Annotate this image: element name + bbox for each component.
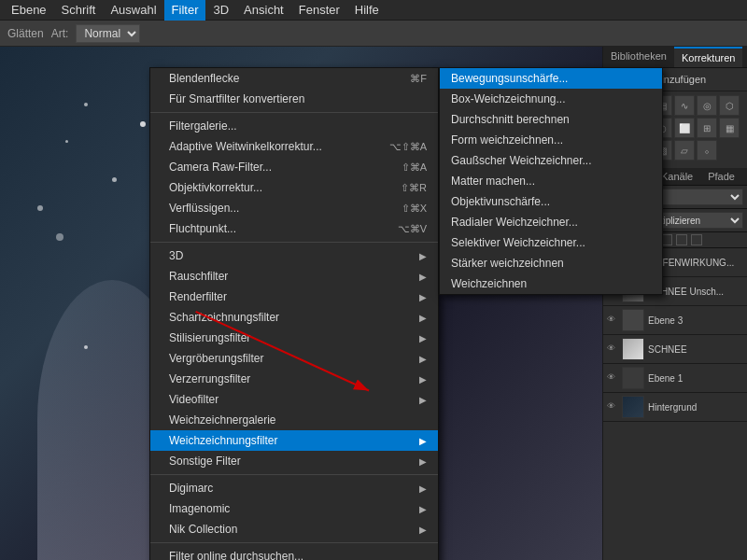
divider-4 [150,542,438,543]
menu-smartfilter[interactable]: Für Smartfilter konvertieren [150,89,438,109]
menu-hilfe[interactable]: Hilfe [347,0,387,21]
submenu-staerker-weichzeichnen[interactable]: Stärker weichzeichnen [440,253,662,273]
submenu-objektivunschaerfe[interactable]: Objektivunschärfe... [440,191,662,212]
menu-camera-raw[interactable]: Camera Raw-Filter... ⇧⌘A [150,157,438,177]
menubar: Ebene Schrift Auswahl Filter 3D Ansicht … [0,0,747,21]
sparkle-5 [56,233,63,241]
menu-auswahl[interactable]: Auswahl [103,0,163,21]
menu-vergroeberungsfilter[interactable]: Vergröberungsfilter ▶ [150,348,438,369]
corr-icon-channel-mixer[interactable]: ⊞ [697,118,717,138]
glaetten-label: Glätten [7,27,44,40]
menu-ansicht[interactable]: Ansicht [236,0,291,21]
menu-blendenflecke[interactable]: Blendenflecke ⌘F [150,68,438,89]
menu-verfluessigen[interactable]: Verflüssigen... ⇧⌘X [150,198,438,218]
layer-thumb-5 [622,367,644,389]
sonstige-filter-arrow: ▶ [419,456,427,467]
menu-objektivkorrektur[interactable]: Objektivkorrektur... ⇧⌘R [150,177,438,198]
tab-pfade[interactable]: Pfade [700,168,742,185]
menu-rauschfilter[interactable]: Rauschfilter ▶ [150,266,438,287]
corr-icon-gradient-map[interactable]: ▱ [674,140,695,161]
corr-icon-selective-color[interactable]: ⬦ [697,140,717,161]
menu-verzerrungsfilter[interactable]: Verzerrungsfilter ▶ [150,369,438,389]
main-area: Blendenflecke ⌘F Für Smartfilter konvert… [0,47,747,560]
digimarc-arrow: ▶ [419,483,427,494]
stilisierungsfilter-arrow: ▶ [419,333,427,343]
menu-weichzeichnungsfilter[interactable]: Weichzeichnungsfilter ▶ [150,430,438,451]
tab-bibliotheken[interactable]: Bibliotheken [603,47,674,67]
eye-icon-7: 👁 [607,401,618,413]
menu-renderfilter[interactable]: Renderfilter ▶ [150,287,438,307]
layer-name-3: Ebene 3 [648,315,683,326]
sparkle-2 [140,121,146,127]
layer-ebene-3[interactable]: 👁 Ebene 3 [603,306,747,335]
divider-3 [150,474,438,475]
submenu-gausscher-weichzeichner[interactable]: Gaußscher Weichzeichner... [440,150,662,171]
submenu-selektiver-weichzeichner[interactable]: Selektiver Weichzeichner... [440,232,662,253]
submenu-matter-machen[interactable]: Matter machen... [440,171,662,191]
corr-icon-photo-filter[interactable]: ⬜ [674,118,695,138]
sparkle-4 [112,177,117,182]
menu-3d[interactable]: 3D ▶ [150,245,438,266]
eye-icon-5: 👁 [607,372,618,384]
eye-icon-3: 👁 [607,315,618,326]
submenu-durchschnitt[interactable]: Durchschnitt berechnen [440,109,662,130]
menu-filter-online[interactable]: Filter online durchsuchen... [150,546,438,560]
layers-list: 👁 TIEFENWIRKUNG... 👁 SCHNEE Unsch... 👁 E… [603,248,747,560]
layer-name-4: SCHNEE [648,344,687,355]
menu-schrift[interactable]: Schrift [54,0,104,21]
verzerrungsfilter-arrow: ▶ [419,374,427,385]
submenu-weichzeichnen[interactable]: Weichzeichnen [440,273,662,294]
nik-collection-arrow: ▶ [419,525,427,535]
menu-fluchtpunkt[interactable]: Fluchtpunkt... ⌥⌘V [150,218,438,239]
weitwinkel-shortcut: ⌥⇧⌘A [389,141,427,153]
panel-top-tabs: Bibliotheken Korrekturen [603,47,747,68]
menu-ebene[interactable]: Ebene [4,0,54,21]
objektivkorrektur-shortcut: ⇧⌘R [401,182,427,194]
verfluessigen-shortcut: ⇧⌘X [402,203,427,215]
3d-arrow: ▶ [419,251,427,261]
divider-2 [150,242,438,243]
corr-icon-curves[interactable]: ∿ [674,95,695,116]
art-label: Art: [51,27,69,40]
submenu-radialer-weichzeichner[interactable]: Radialer Weichzeichner... [440,212,662,232]
tab-korrekturen[interactable]: Korrekturen [674,47,742,67]
menu-filter[interactable]: Filter [164,0,206,21]
layer-ebene-1[interactable]: 👁 Ebene 1 [603,364,747,393]
menu-filtergalerie[interactable]: Filtergalerie... [150,116,438,136]
corr-icon-vibrance[interactable]: ⬡ [719,95,740,116]
layer-thumb-7 [622,396,644,418]
submenu-bewegungsunschaerfe[interactable]: Bewegungsunschärfe... [440,68,662,89]
menu-sonstige-filter[interactable]: Sonstige Filter ▶ [150,451,438,471]
weichzeichnungsfilter-submenu: Bewegungsunschärfe... Box-Weichzeichnung… [439,67,663,295]
menu-scharfzeichnungsfilter[interactable]: Scharfzeichnungsfilter ▶ [150,307,438,328]
layer-thumb-4 [622,338,644,360]
submenu-box-weichzeichnung[interactable]: Box-Weichzeichnung... [440,89,662,109]
filter-dropdown-menu: Blendenflecke ⌘F Für Smartfilter konvert… [149,67,439,560]
submenu-form-weichzeichnen[interactable]: Form weichzeichnen... [440,130,662,150]
menu-nik-collection[interactable]: Nik Collection ▶ [150,519,438,539]
vergroeberungsfilter-arrow: ▶ [419,354,427,364]
videofilter-arrow: ▶ [419,395,427,405]
scharfzeichnungsfilter-arrow: ▶ [419,313,427,323]
layer-thumb-3 [622,309,644,331]
menu-videofilter[interactable]: Videofilter ▶ [150,389,438,410]
layer-hintergrund[interactable]: 👁 Hintergrund [603,393,747,422]
fluchtpunkt-shortcut: ⌥⌘V [398,223,427,235]
menu-fenster[interactable]: Fenster [291,0,347,21]
layer-schnee[interactable]: 👁 SCHNEE [603,335,747,364]
fix-checkbox-3[interactable] [676,234,687,245]
menu-stilisierungsfilter[interactable]: Stilisierungsfilter ▶ [150,328,438,348]
fix-checkbox-2[interactable] [661,234,672,245]
blendenflecke-shortcut: ⌘F [410,73,427,85]
menu-3d[interactable]: 3D [205,0,236,21]
eye-icon-4: 👁 [607,343,618,355]
fix-checkbox-4[interactable] [691,234,702,245]
sparkle-3 [65,140,68,143]
art-select[interactable]: Normal [76,24,140,43]
menu-imagenomic[interactable]: Imagenomic ▶ [150,498,438,519]
corr-icon-color-lookup[interactable]: ▦ [719,118,740,138]
corr-icon-exposure[interactable]: ◎ [697,95,717,116]
menu-digimarc[interactable]: Digimarc ▶ [150,478,438,498]
menu-weichzeichnergalerie[interactable]: Weichzeichnergalerie [150,410,438,430]
menu-weitwinkel[interactable]: Adaptive Weitwinkelkorrektur... ⌥⇧⌘A [150,136,438,157]
